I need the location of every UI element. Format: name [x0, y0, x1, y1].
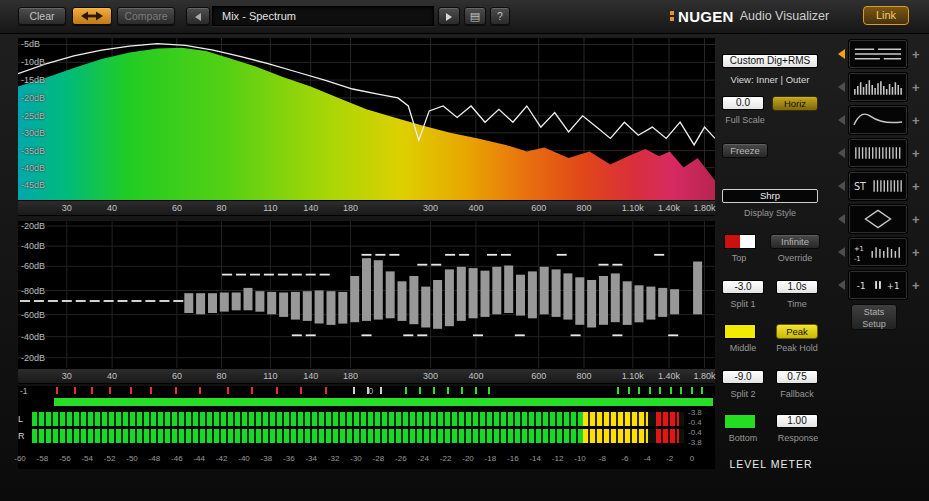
nugen-logo: NUGEN Audio Visualizer — [670, 6, 829, 26]
nugen-logo-dots-icon — [670, 11, 674, 21]
frequency-label: 300 — [423, 371, 438, 381]
preset-button-spectrum-curve[interactable] — [849, 106, 907, 134]
frequency-scale-bottom: 304060801101401803004006008001.10k1.40k1… — [18, 368, 715, 384]
play-button[interactable] — [438, 7, 460, 25]
preset-button-stereo-spectrum[interactable]: ST — [849, 172, 907, 200]
level-meters: LR — [18, 412, 684, 446]
frequency-label: 1.10k — [622, 371, 644, 381]
add-display-button[interactable]: + — [912, 146, 920, 161]
correlation-tick — [659, 387, 661, 394]
compare-button[interactable]: Compare — [117, 7, 175, 25]
preset-button-trend-lines[interactable] — [849, 40, 907, 68]
preset-button-vectorscope[interactable] — [849, 205, 907, 233]
correlation-tick — [91, 387, 93, 394]
preset-select-arrow[interactable] — [838, 49, 845, 59]
correlation-meter-icon: -1+1 — [851, 274, 905, 296]
add-display-button[interactable]: + — [912, 278, 920, 293]
meter-readouts: -3.8-0.4-0.4-3.8 — [688, 408, 718, 448]
clear-button[interactable]: Clear — [18, 7, 66, 25]
scale-label: -16 — [507, 454, 519, 463]
frequency-label: 300 — [423, 203, 438, 213]
split2-field[interactable]: -9.0 — [722, 370, 764, 384]
meter-segment — [32, 429, 583, 443]
scale-label: 0 — [690, 454, 694, 463]
correlation-tick — [175, 387, 177, 394]
meter-readout: -3.8 — [688, 408, 718, 418]
add-display-button[interactable]: + — [912, 245, 920, 260]
bottom-label: Bottom — [720, 433, 766, 443]
peak-hold-button[interactable]: Peak — [776, 324, 818, 339]
scale-label: -18 — [485, 454, 497, 463]
scale-label: -28 — [373, 454, 385, 463]
correlation-tick — [461, 387, 463, 394]
scale-label: -30 — [350, 454, 362, 463]
response-field[interactable]: 1.00 — [776, 414, 818, 428]
help-button[interactable]: ? — [490, 7, 510, 25]
correlation-zero-label: 0 — [369, 386, 374, 396]
stats-setup-button[interactable]: Stats Setup — [851, 304, 897, 330]
scale-label: -52 — [104, 454, 116, 463]
preset-dropdown[interactable]: Mix - Spectrum — [212, 6, 434, 26]
meter-scale: -60-58-56-54-52-50-48-46-44-42-40-38-36-… — [20, 454, 692, 466]
preset-button-spectrum-bars[interactable] — [849, 73, 907, 101]
add-display-button[interactable]: + — [912, 212, 920, 227]
add-display-button[interactable]: + — [912, 47, 920, 62]
preset-select-arrow[interactable] — [838, 115, 845, 125]
frequency-label: 1.10k — [622, 203, 644, 213]
middle-color-swatch[interactable] — [724, 324, 756, 339]
fallback-field[interactable]: 0.75 — [776, 370, 818, 384]
fallback-label: Fallback — [772, 389, 822, 399]
display-style-select[interactable]: Shrp — [722, 189, 818, 203]
correlation-tick — [447, 387, 449, 394]
add-display-button[interactable]: + — [912, 113, 920, 128]
spectrum-bars-display: -20dB-40dB-60dB-80dB-60dB-40dB-20dB — [18, 221, 715, 368]
scale-label: -60 — [14, 454, 26, 463]
add-display-button[interactable]: + — [912, 80, 920, 95]
preset-slot-loudness-meter: +1-1+ — [838, 238, 928, 266]
preset-select-arrow[interactable] — [838, 148, 845, 158]
preset-select-arrow[interactable] — [838, 280, 845, 290]
scale-label: -54 — [81, 454, 93, 463]
correlation-tick — [628, 387, 630, 394]
frequency-label: 800 — [576, 203, 591, 213]
preset-dropdown-value: Mix - Spectrum — [222, 10, 296, 22]
meter-mode-select[interactable]: Custom Dig+RMS — [722, 54, 818, 68]
view-mode-toggle[interactable]: View: Inner | Outer — [720, 74, 820, 85]
peak-hold-label: Peak Hold — [772, 343, 822, 353]
preset-select-arrow[interactable] — [838, 181, 845, 191]
link-button[interactable]: Link — [863, 6, 909, 25]
meter-row-L: L — [18, 412, 684, 426]
preset-button-correlation-meter[interactable]: -1+1 — [849, 271, 907, 299]
meter-bar-L — [32, 412, 684, 426]
previous-preset-button[interactable] — [186, 7, 210, 25]
correlation-tick — [405, 387, 407, 394]
split1-label: Split 1 — [720, 299, 766, 309]
correlation-tick — [701, 387, 703, 394]
preset-select-arrow[interactable] — [838, 82, 845, 92]
horiz-button[interactable]: Horiz — [772, 96, 818, 111]
split1-field[interactable]: -3.0 — [722, 280, 764, 294]
bottom-color-swatch[interactable] — [724, 414, 756, 429]
scale-label: -4 — [644, 454, 651, 463]
preset-select-arrow[interactable] — [838, 214, 845, 224]
ab-compare-toggle-button[interactable] — [72, 7, 112, 25]
freeze-button[interactable]: Freeze — [722, 143, 768, 158]
preset-select-arrow[interactable] — [838, 247, 845, 257]
scale-label: -58 — [37, 454, 49, 463]
preset-button-spectrogram[interactable] — [849, 139, 907, 167]
time-field[interactable]: 1.0s — [776, 280, 818, 294]
top-color-swatch[interactable] — [724, 234, 756, 249]
scale-label: -46 — [171, 454, 183, 463]
trend-lines-icon — [851, 43, 905, 65]
override-button[interactable]: Infinite — [770, 234, 820, 249]
preset-list-button[interactable]: ▤ — [464, 7, 486, 25]
scale-label: -2 — [666, 454, 673, 463]
scale-label: -44 — [193, 454, 205, 463]
full-scale-field[interactable]: 0.0 — [722, 96, 764, 110]
audio-visualizer-window: Clear Compare Mix - Spectrum ▤ ? NUGEN A… — [0, 0, 929, 501]
preset-button-loudness-meter[interactable]: +1-1 — [849, 238, 907, 266]
add-display-button[interactable]: + — [912, 179, 920, 194]
frequency-label: 180 — [343, 203, 358, 213]
scale-label: -14 — [529, 454, 541, 463]
correlation-tick — [227, 387, 229, 394]
